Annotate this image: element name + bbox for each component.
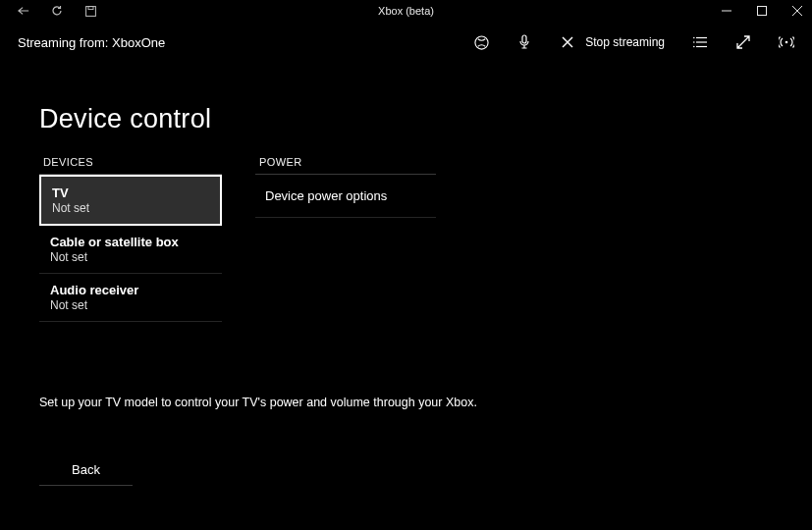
device-item-audio[interactable]: Audio receiver Not set xyxy=(39,274,222,322)
svg-rect-7 xyxy=(522,35,526,43)
device-status: Not set xyxy=(52,201,209,215)
devices-column: DEVICES TV Not set Cable or satellite bo… xyxy=(39,156,222,322)
broadcast-icon[interactable] xyxy=(779,34,794,50)
window-close-button[interactable] xyxy=(790,4,804,18)
device-name: TV xyxy=(52,186,209,200)
power-options-item[interactable]: Device power options xyxy=(255,175,436,218)
list-icon[interactable] xyxy=(692,34,708,50)
page-title: Device control xyxy=(39,104,812,134)
back-button-label: Back xyxy=(72,462,100,477)
device-item-tv[interactable]: TV Not set xyxy=(39,175,222,226)
stream-source-label: Streaming from: XboxOne xyxy=(18,35,165,50)
save-icon[interactable] xyxy=(84,5,96,17)
window-minimize-button[interactable] xyxy=(720,4,733,18)
window-maximize-button[interactable] xyxy=(755,4,769,18)
svg-rect-0 xyxy=(85,6,95,16)
svg-point-13 xyxy=(693,37,695,39)
back-arrow-icon[interactable] xyxy=(18,5,29,17)
app-title: Xbox (beta) xyxy=(0,5,812,17)
svg-rect-3 xyxy=(758,7,767,16)
helper-text: Set up your TV model to control your TV'… xyxy=(39,396,812,409)
stop-streaming-label: Stop streaming xyxy=(585,35,665,49)
microphone-icon[interactable] xyxy=(516,34,532,50)
stop-streaming-button[interactable]: Stop streaming xyxy=(560,34,665,50)
svg-point-6 xyxy=(475,35,488,48)
fullscreen-icon[interactable] xyxy=(735,34,751,50)
refresh-icon[interactable] xyxy=(51,5,63,17)
device-status: Not set xyxy=(50,250,211,264)
back-button[interactable]: Back xyxy=(39,454,133,486)
svg-point-16 xyxy=(785,41,788,44)
device-name: Cable or satellite box xyxy=(50,235,211,249)
power-column: POWER Device power options xyxy=(255,156,436,322)
svg-point-15 xyxy=(693,46,695,48)
device-name: Audio receiver xyxy=(50,283,211,297)
xbox-logo-icon[interactable] xyxy=(473,34,489,50)
device-status: Not set xyxy=(50,298,211,312)
close-icon xyxy=(560,34,575,50)
device-item-cable[interactable]: Cable or satellite box Not set xyxy=(39,226,222,274)
svg-point-14 xyxy=(693,41,695,43)
devices-header: DEVICES xyxy=(39,156,222,175)
power-header: POWER xyxy=(255,156,436,175)
